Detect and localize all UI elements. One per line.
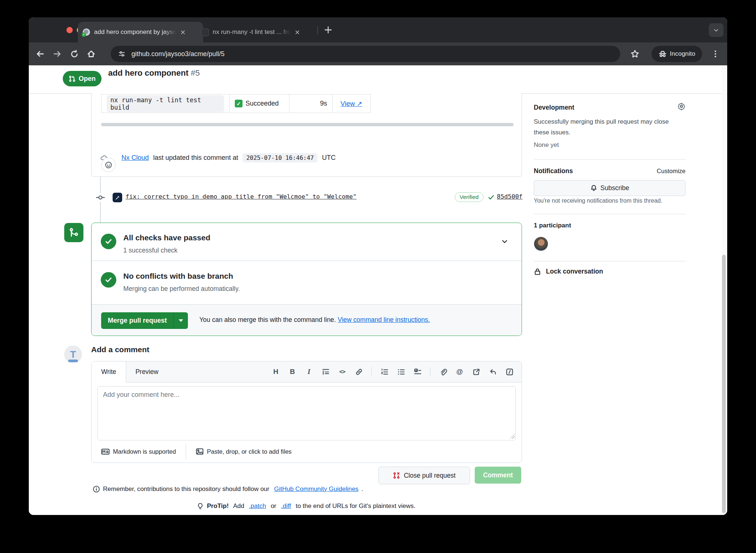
git-commit-icon <box>96 193 105 202</box>
editor-toolbar: H B I <> <box>272 361 513 382</box>
github-pr-page: Open add hero component #5 jaysoo wants … <box>29 65 727 515</box>
customize-link[interactable]: Customize <box>657 168 685 175</box>
merge-status-box: All checks have passed 1 successful chec… <box>91 223 522 336</box>
commit-sha-link[interactable]: 85d500f <box>497 193 523 200</box>
verified-badge: Verified <box>455 192 484 202</box>
close-window-button[interactable] <box>66 27 73 33</box>
bold-icon[interactable]: B <box>288 368 296 376</box>
git-merge-icon-tile <box>64 223 83 242</box>
tab-write[interactable]: Write <box>92 361 126 382</box>
bookmark-star-icon[interactable] <box>630 49 639 58</box>
nx-favicon <box>201 28 209 36</box>
add-reaction-button[interactable] <box>101 158 116 172</box>
url-text: github.com/jaysoo3/acme/pull/5 <box>131 50 224 58</box>
commit-message-link[interactable]: fix: correct typo in demo app title from… <box>126 193 357 200</box>
no-conflicts-subtitle: Merging can be performed automatically. <box>123 285 240 293</box>
incognito-icon <box>659 50 667 58</box>
mention-icon[interactable]: @ <box>456 368 464 376</box>
comment-textarea[interactable] <box>97 386 516 440</box>
cross-reference-icon[interactable] <box>472 368 480 376</box>
cli-instructions-link[interactable]: View command line instructions. <box>338 316 430 323</box>
checks-passed-title: All checks have passed <box>123 233 210 242</box>
protip-note: ProTip! Add .patch or .diff to the end o… <box>91 502 521 510</box>
merge-box-divider <box>92 261 522 261</box>
browser-menu-icon[interactable] <box>711 49 720 60</box>
saved-replies-icon[interactable] <box>489 368 497 376</box>
site-info-icon[interactable] <box>118 50 126 58</box>
no-conflicts-title: No conflicts with base branch <box>123 272 233 281</box>
italic-icon[interactable]: I <box>305 368 313 376</box>
close-pull-request-button[interactable]: Close pull request <box>378 467 470 484</box>
updated-timestamp: 2025-07-10 16:46:47 <box>243 153 317 162</box>
check-run-command-cell: nx run-many -t lint test build <box>101 94 230 113</box>
url-bar[interactable]: github.com/jaysoo3/acme/pull/5 <box>111 46 620 62</box>
attach-file-icon[interactable] <box>439 368 447 376</box>
sidebar-divider <box>534 261 685 261</box>
slash-commands-icon[interactable] <box>505 368 513 376</box>
link-icon[interactable] <box>355 368 363 376</box>
tab-pull-request[interactable]: ✓ add hero component by jayso <box>78 22 203 42</box>
comment-divider-bar <box>101 123 513 126</box>
forward-icon[interactable] <box>49 49 66 58</box>
tab-search-chevron-button[interactable] <box>709 23 724 37</box>
check-run-view-cell: View ↗ <box>333 94 371 113</box>
patch-link[interactable]: .patch <box>249 502 266 510</box>
merge-pull-request-button[interactable]: Merge pull request <box>101 312 188 329</box>
browser-window: ✓ add hero component by jayso nx run-man… <box>29 17 727 515</box>
new-tab-button[interactable] <box>323 25 333 35</box>
heading-icon[interactable]: H <box>272 368 280 376</box>
comment-button-label: Comment <box>483 471 513 479</box>
tab-nx-run[interactable]: nx run-many -t lint test ... fro <box>197 22 322 42</box>
merge-options-dropdown[interactable] <box>173 312 188 329</box>
tab-separator <box>317 26 318 34</box>
comment-button[interactable]: Comment <box>475 467 521 484</box>
incognito-label: Incognito <box>670 50 695 58</box>
community-guidelines-link[interactable]: GitHub Community Guidelines <box>274 485 358 493</box>
diff-link[interactable]: .diff <box>281 502 291 510</box>
home-icon[interactable] <box>83 49 100 58</box>
gear-icon[interactable] <box>677 102 685 110</box>
nx-cloud-link[interactable]: Nx Cloud <box>121 154 149 162</box>
pr-title: add hero component #5 <box>108 68 200 78</box>
commit-author-avatar[interactable] <box>113 193 122 202</box>
pr-number: #5 <box>189 68 200 78</box>
page-scrollbar-thumb[interactable] <box>722 255 726 513</box>
notifications-heading: Notifications <box>534 167 573 175</box>
back-icon[interactable] <box>32 49 49 58</box>
git-pull-request-closed-icon <box>393 472 400 479</box>
lock-conversation-action[interactable]: Lock conversation <box>534 268 603 275</box>
development-heading: Development <box>534 104 574 111</box>
quote-icon[interactable] <box>322 368 330 376</box>
paste-files-link[interactable]: Paste, drop, or click to add files <box>207 448 292 455</box>
git-merge-icon <box>69 227 79 238</box>
toolbar-separator <box>371 367 372 376</box>
numbered-list-icon[interactable] <box>380 368 388 376</box>
participant-avatar[interactable] <box>534 237 548 251</box>
markdown-icon <box>101 447 110 456</box>
check-run-command: nx run-many -t lint test build <box>107 95 224 112</box>
page-scrollbar-track[interactable] <box>721 65 726 515</box>
bulleted-list-icon[interactable] <box>397 368 405 376</box>
tab-close-icon[interactable] <box>180 30 186 35</box>
tab-preview[interactable]: Preview <box>126 361 168 382</box>
merge-button-label: Merge pull request <box>101 312 173 329</box>
view-run-link[interactable]: View ↗ <box>341 100 362 108</box>
reload-icon[interactable] <box>66 50 83 58</box>
tab-close-icon[interactable] <box>295 30 300 35</box>
comment-textarea-wrap <box>97 386 516 440</box>
checks-expand-chevron-icon[interactable] <box>501 238 508 245</box>
code-icon[interactable]: <> <box>338 368 346 376</box>
git-pull-request-icon <box>69 75 76 82</box>
info-icon <box>93 485 100 493</box>
task-list-icon[interactable] <box>413 368 422 376</box>
bell-icon <box>590 185 597 192</box>
subscribe-button[interactable]: Subscribe <box>534 180 685 196</box>
current-user-avatar: T <box>64 346 82 363</box>
nx-cloud-updated-line: Nx Cloud last updated this comment at 20… <box>100 138 336 177</box>
development-description: Successfully merging this pull request m… <box>534 116 681 138</box>
development-none-yet: None yet <box>534 141 559 149</box>
subscribe-label: Subscribe <box>601 184 629 192</box>
lock-icon <box>534 268 541 275</box>
markdown-note-link[interactable]: Markdown is supported <box>113 448 176 455</box>
resize-handle[interactable] <box>510 434 515 439</box>
